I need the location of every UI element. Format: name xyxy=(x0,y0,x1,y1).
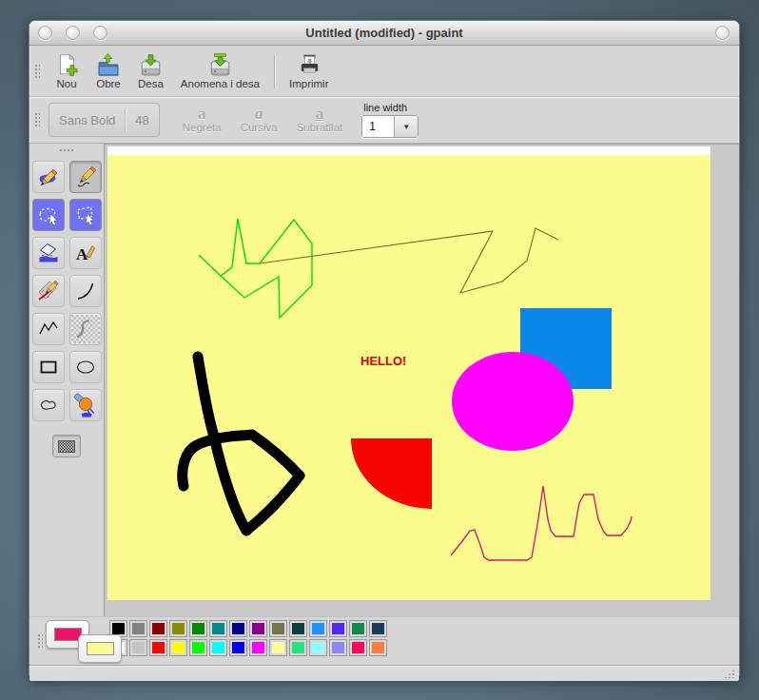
palette-swatch[interactable] xyxy=(229,620,247,637)
format-toolbar-grip[interactable] xyxy=(34,112,40,127)
line-width-combo[interactable]: 1 ▼ xyxy=(361,115,418,138)
palette-swatch[interactable] xyxy=(189,639,207,656)
print-button-label: Imprimir xyxy=(289,78,329,89)
pattern-selector-button[interactable] xyxy=(52,435,81,457)
canvas-viewport[interactable]: HELLO! xyxy=(104,144,739,616)
freehand-shape-tool-button[interactable] xyxy=(32,389,65,421)
save-as-button[interactable]: Anomena i desa xyxy=(172,50,268,91)
line-width-value[interactable]: 1 xyxy=(362,116,394,137)
line-width-group: line width 1 ▼ xyxy=(361,102,418,138)
titlebar[interactable]: Untitled (modified) - gpaint xyxy=(29,21,739,46)
font-button[interactable]: Sans Bold 48 xyxy=(49,103,160,137)
ellipse-tool-button[interactable] xyxy=(69,351,102,383)
bold-button[interactable]: a Negreta xyxy=(173,106,231,134)
palette-swatch[interactable] xyxy=(329,639,347,656)
palette-swatch[interactable] xyxy=(209,620,227,637)
palette-swatch[interactable] xyxy=(129,639,147,656)
open-button[interactable]: Obre xyxy=(88,50,129,91)
printer-icon xyxy=(297,52,321,77)
swatch-grid xyxy=(108,619,388,657)
window-menu-button[interactable] xyxy=(715,26,730,40)
polyline-tool-button[interactable] xyxy=(32,313,65,345)
palette-swatch[interactable] xyxy=(149,620,167,637)
toolbar-grip[interactable] xyxy=(34,64,40,79)
lasso-select-icon xyxy=(36,203,61,227)
palette-swatch[interactable] xyxy=(149,639,167,656)
rectangle-tool-button[interactable] xyxy=(32,351,65,383)
line-tool-button[interactable] xyxy=(32,275,65,307)
background-color-button[interactable] xyxy=(78,634,122,663)
palette-swatch[interactable] xyxy=(249,620,267,637)
palette-swatch[interactable] xyxy=(329,620,347,637)
palette-swatch[interactable] xyxy=(269,620,287,637)
brush-icon xyxy=(37,165,60,188)
curve-tool-button-disabled[interactable] xyxy=(69,313,102,345)
freehand-shape-icon xyxy=(37,394,60,417)
palette-swatch[interactable] xyxy=(189,620,207,637)
format-toolbar: Sans Bold 48 a Negreta a Cursiva a Subra… xyxy=(29,97,739,144)
palette-swatch[interactable] xyxy=(289,620,307,637)
pencil-tool-button[interactable] xyxy=(69,161,102,193)
palette-swatch[interactable] xyxy=(229,639,247,656)
palette-swatch[interactable] xyxy=(369,639,387,656)
bold-icon: a xyxy=(198,107,206,122)
palette-swatch[interactable] xyxy=(309,620,327,637)
line-width-dropdown-button[interactable]: ▼ xyxy=(394,116,418,137)
palette-swatch[interactable] xyxy=(309,639,327,656)
chevron-down-icon: ▼ xyxy=(402,123,410,131)
palette-swatch[interactable] xyxy=(349,639,367,656)
window-title: Untitled (modified) - gpaint xyxy=(29,26,739,40)
save-button[interactable]: Desa xyxy=(129,50,172,91)
hello-text: HELLO! xyxy=(360,354,406,368)
rect-select-icon xyxy=(73,203,98,227)
svg-text:A: A xyxy=(76,245,88,263)
text-tool-button[interactable]: A xyxy=(69,237,102,269)
airbrush-tool-button[interactable] xyxy=(69,389,102,421)
window-maximize-button[interactable] xyxy=(93,26,107,40)
tool-palette: A xyxy=(29,144,104,616)
new-button[interactable]: Nou xyxy=(46,50,88,91)
main-toolbar: Nou Obre Desa xyxy=(29,46,739,97)
eraser-fill-tool-button[interactable] xyxy=(32,237,65,269)
color-palette-bar xyxy=(29,616,739,665)
resize-grip[interactable] xyxy=(724,669,735,678)
palette-swatch[interactable] xyxy=(349,620,367,637)
underline-button[interactable]: a Subratllat xyxy=(287,106,353,134)
polyline-icon xyxy=(37,318,60,340)
window-controls xyxy=(38,26,107,40)
gpaint-window: Untitled (modified) - gpaint Nou Obre xyxy=(29,20,740,677)
text-tool-icon: A xyxy=(74,242,97,264)
palette-grip[interactable] xyxy=(37,633,43,649)
window-minimize-button[interactable] xyxy=(66,26,80,40)
print-button[interactable]: Imprimir xyxy=(281,50,338,91)
font-name: Sans Bold xyxy=(59,113,115,127)
palette-swatch[interactable] xyxy=(369,620,387,637)
window-close-button[interactable] xyxy=(38,26,52,40)
curve-disabled-icon xyxy=(71,315,100,343)
font-size: 48 xyxy=(135,113,148,127)
brush-tool-button[interactable] xyxy=(32,161,65,193)
palette-swatch[interactable] xyxy=(129,620,147,637)
line-tool-icon xyxy=(37,280,60,302)
palette-swatch[interactable] xyxy=(169,620,187,637)
underline-icon: a xyxy=(316,107,324,122)
palette-row-2 xyxy=(108,638,388,657)
canvas-image[interactable]: HELLO! xyxy=(107,146,710,600)
palette-swatch[interactable] xyxy=(209,639,227,656)
palette-swatch[interactable] xyxy=(249,639,267,656)
italic-button[interactable]: a Cursiva xyxy=(231,106,287,134)
rect-select-tool-button[interactable] xyxy=(69,199,102,231)
palette-swatch[interactable] xyxy=(289,639,307,656)
palette-row-1 xyxy=(108,619,388,638)
pattern-checker-icon xyxy=(58,440,75,453)
rectangle-icon xyxy=(37,356,60,379)
tool-palette-grip[interactable] xyxy=(59,148,74,153)
status-bar xyxy=(29,665,739,681)
palette-swatch[interactable] xyxy=(169,639,187,656)
arc-tool-button[interactable] xyxy=(69,275,102,307)
new-button-label: Nou xyxy=(56,78,76,89)
save-as-button-label: Anomena i desa xyxy=(181,78,260,89)
lasso-select-tool-button[interactable] xyxy=(32,199,65,231)
italic-icon: a xyxy=(255,107,263,122)
palette-swatch[interactable] xyxy=(269,639,287,656)
